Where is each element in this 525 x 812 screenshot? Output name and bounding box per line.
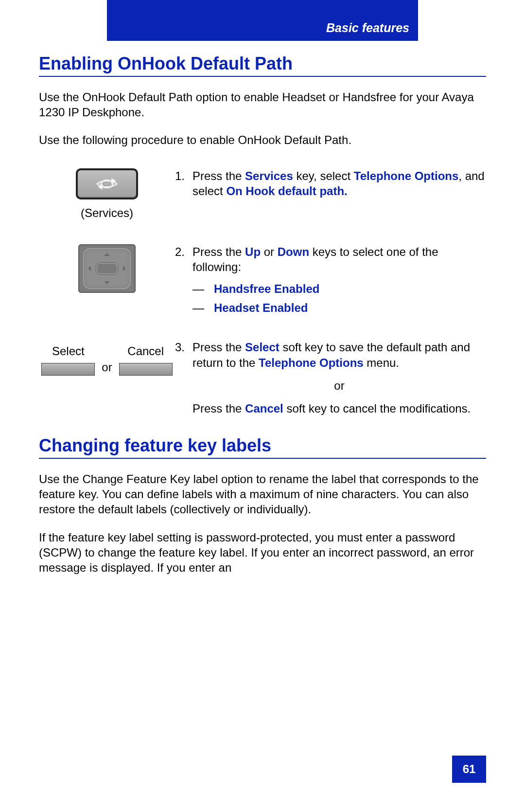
softkey-label-cancel: Cancel: [127, 344, 164, 358]
dash-1: —: [192, 281, 214, 296]
softkey-label-select: Select: [52, 344, 85, 358]
services-key-caption: (Services): [39, 206, 175, 220]
step-row-2: 2. Press the Up or Down keys to select o…: [39, 244, 486, 316]
section2-paragraph-1: Use the Change Feature Key label option …: [39, 471, 486, 517]
intro-paragraph-1: Use the OnHook Default Path option to en…: [39, 90, 486, 120]
keyword-cancel-softkey: Cancel: [245, 402, 283, 415]
step-number-1: 1.: [175, 168, 192, 198]
softkey-button-select-icon: [41, 363, 95, 376]
dash-2: —: [192, 300, 214, 315]
option-handsfree-enabled: Handsfree Enabled: [214, 281, 319, 296]
page-number: 61: [452, 756, 486, 783]
step-number-2: 2.: [175, 244, 192, 316]
keyword-up: Up: [245, 245, 261, 258]
keyword-services: Services: [245, 169, 293, 182]
section-heading-feature-key-labels: Changing feature key labels: [39, 435, 486, 459]
keyword-onhook-default-path: On Hook default path.: [226, 184, 347, 198]
navigation-pad-icon: [78, 244, 136, 293]
softkey-illustration: Select or Cancel: [41, 344, 172, 376]
section-heading-onhook: Enabling OnHook Default Path: [39, 54, 486, 77]
header-section-label: Basic features: [326, 21, 409, 35]
softkey-or: or: [102, 361, 112, 374]
keyword-telephone-options-2: Telephone Options: [259, 356, 364, 369]
keyword-telephone-options: Telephone Options: [354, 169, 459, 182]
step-text-1: Press the Services key, select Telephone…: [192, 168, 486, 198]
option-headset-enabled: Headset Enabled: [214, 300, 308, 315]
services-key-icon: [76, 168, 138, 199]
section2-paragraph-2: If the feature key label setting is pass…: [39, 530, 486, 576]
header-bar: Basic features: [107, 0, 418, 41]
step-text-3: Press the Select soft key to save the de…: [192, 340, 486, 416]
step-number-3: 3.: [175, 340, 192, 416]
softkey-button-cancel-icon: [119, 363, 173, 376]
step-row-3: Select or Cancel 3. Press th: [39, 340, 486, 416]
step-row-1: (Services) 1. Press the Services key, se…: [39, 168, 486, 220]
intro-paragraph-2: Use the following procedure to enable On…: [39, 132, 486, 147]
step3-or: or: [192, 378, 486, 393]
step-text-2: Press the Up or Down keys to select one …: [192, 244, 486, 316]
keyword-select-softkey: Select: [245, 341, 280, 354]
keyword-down: Down: [278, 245, 309, 258]
